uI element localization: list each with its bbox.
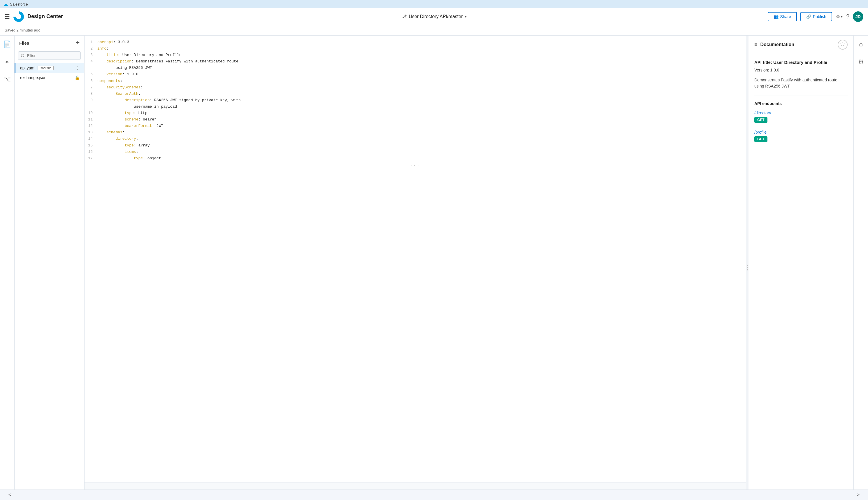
code-line-7: 7 securitySchemes:	[84, 84, 746, 91]
filter-wrap	[14, 50, 84, 63]
code-line-12: 12 bearerFormat: JWT	[84, 123, 746, 129]
file-lock-icon: 🔒	[74, 75, 80, 80]
code-line-4: 4 description: Demonstrates Fastify with…	[84, 58, 746, 71]
code-editor[interactable]: 1 openapi: 3.0.3 2 info: 3 title: User D…	[84, 36, 746, 482]
project-name: User Directory API/master	[409, 14, 463, 19]
nav-arrow-left-icon[interactable]: <	[5, 490, 15, 500]
hamburger-button[interactable]: ☰	[5, 13, 10, 20]
root-file-badge: Root file	[38, 66, 53, 70]
doc-content: API title: User Directory and Profile Ve…	[749, 54, 854, 155]
code-line-9: 9 description: RSA256 JWT signed by priv…	[84, 97, 746, 110]
doc-menu-icon: ≡	[754, 42, 758, 48]
doc-api-title: API title: User Directory and Profile	[754, 60, 848, 65]
code-line-16: 16 items:	[84, 149, 746, 155]
endpoint-directory: /directory GET	[754, 111, 848, 123]
settings-button[interactable]: ⚙ ▾	[836, 13, 843, 20]
settings-icon: ⚙	[836, 13, 840, 20]
status-bar: Saved 2 minutes ago	[0, 25, 868, 36]
shield-icon[interactable]: 🛡	[838, 40, 848, 49]
endpoint-method-directory: GET	[754, 117, 767, 123]
header-left: ☰ Design Center	[5, 11, 63, 22]
main-layout: 📄 ⟡ ⌥ Files + api.yaml Root file ⋮ excha…	[0, 36, 868, 500]
filter-input[interactable]	[18, 52, 81, 60]
file-item-api-yaml[interactable]: api.yaml Root file ⋮	[14, 63, 84, 73]
code-line-8: 8 BearerAuth:	[84, 91, 746, 97]
endpoint-path-profile[interactable]: /profile	[754, 130, 848, 135]
avatar: JD	[853, 11, 863, 22]
settings2-nav-icon[interactable]: ⚙	[856, 57, 866, 67]
share-button[interactable]: 👥 Share	[768, 12, 797, 21]
code-line-14: 14 directory:	[84, 136, 746, 142]
code-line-3: 3 title: User Directory and Profile	[84, 52, 746, 58]
file-more-icon[interactable]: ⋮	[75, 65, 80, 71]
add-file-button[interactable]: +	[76, 39, 80, 47]
left-nav: 📄 ⟡ ⌥	[0, 36, 14, 500]
publish-button[interactable]: 🔗 Publish	[800, 12, 832, 21]
graph-nav-icon[interactable]: ⟡	[2, 57, 13, 67]
files-nav-icon[interactable]: 📄	[2, 39, 13, 49]
sf-logo-icon: ☁	[3, 1, 8, 7]
doc-panel: ≡ Documentation 🛡 API title: User Direct…	[749, 36, 854, 500]
files-header: Files +	[14, 36, 84, 50]
files-panel: Files + api.yaml Root file ⋮ exchange.js…	[14, 36, 84, 500]
endpoint-method-profile: GET	[754, 136, 767, 142]
doc-title: Documentation	[761, 42, 794, 47]
salesforce-topbar: ☁ Salesforce	[0, 0, 868, 8]
home-nav-icon[interactable]: ⌂	[856, 39, 866, 49]
code-line-1: 1 openapi: 3.0.3	[84, 39, 746, 46]
code-line-6: 6 components:	[84, 78, 746, 84]
app-title: Design Center	[27, 13, 63, 20]
saved-status: Saved 2 minutes ago	[5, 28, 40, 32]
code-line-5: 5 version: 1.0.0	[84, 71, 746, 78]
doc-version: Version: 1.0.0	[754, 68, 848, 72]
endpoint-profile: /profile GET	[754, 130, 848, 142]
project-chevron-icon[interactable]: ▾	[465, 14, 467, 19]
code-line-13: 13 schemas:	[84, 129, 746, 136]
editor-area: 1 openapi: 3.0.3 2 info: 3 title: User D…	[84, 36, 746, 500]
code-nav-icon[interactable]: ⌥	[2, 74, 13, 84]
doc-endpoints-title: API endpoints	[754, 101, 848, 106]
doc-divider	[754, 95, 848, 95]
file-name-api-yaml: api.yaml	[20, 66, 35, 70]
code-line-2: 2 info:	[84, 46, 746, 52]
resize-handle[interactable]	[746, 36, 749, 500]
header-center: ⎇ User Directory API/master ▾	[401, 14, 467, 19]
bottom-nav: < >	[0, 489, 868, 500]
far-right-nav: ⌂ ⚙	[854, 36, 868, 500]
endpoint-path-directory[interactable]: /directory	[754, 111, 848, 115]
app-header: ☰ Design Center ⎇ User Directory API/mas…	[0, 8, 868, 25]
code-line-11: 11 scheme: bearer	[84, 116, 746, 123]
help-icon[interactable]: ?	[846, 13, 849, 20]
settings-chevron-icon: ▾	[841, 14, 843, 19]
files-title: Files	[19, 41, 29, 46]
code-line-17: 17 type: object	[84, 155, 746, 162]
dc-logo-icon	[13, 11, 24, 22]
share-icon: 👥	[774, 14, 778, 19]
nav-arrow-right-icon[interactable]: >	[853, 490, 863, 500]
doc-description: Demonstrates Fastify with authenticated …	[754, 77, 848, 89]
publish-icon: 🔗	[806, 14, 811, 19]
branch-icon: ⎇	[401, 14, 407, 19]
file-item-exchange-json[interactable]: exchange.json 🔒	[14, 73, 84, 82]
code-line-10: 10 type: http	[84, 110, 746, 116]
code-ellipsis: ···	[84, 162, 746, 170]
doc-header: ≡ Documentation 🛡	[749, 36, 854, 54]
header-right: 👥 Share 🔗 Publish ⚙ ▾ ? JD	[768, 11, 863, 22]
sf-label: Salesforce	[10, 2, 28, 7]
doc-title-wrap: ≡ Documentation	[754, 42, 794, 48]
code-line-15: 15 type: array	[84, 143, 746, 149]
file-name-exchange-json: exchange.json	[20, 75, 46, 80]
